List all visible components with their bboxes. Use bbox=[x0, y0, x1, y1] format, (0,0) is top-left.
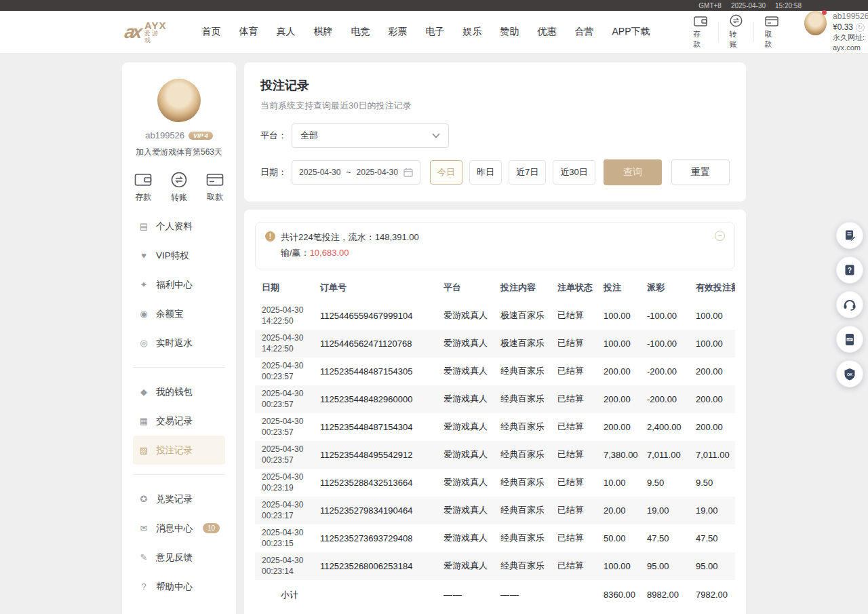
table-body: 2025-04-3014:22:501125446559467999104爱游戏… bbox=[255, 302, 735, 580]
date-value: 2025-04-30 bbox=[262, 360, 313, 371]
app-download-icon: APP bbox=[844, 333, 855, 346]
sidebar-item-label: 我的钱包 bbox=[156, 386, 193, 398]
nav-item-真人[interactable]: 真人 bbox=[277, 26, 296, 38]
refresh-balance-icon[interactable]: ↻ bbox=[856, 23, 865, 32]
column-header: 投注内容 bbox=[494, 282, 551, 294]
nav-item-彩票[interactable]: 彩票 bbox=[389, 26, 408, 38]
header-quick-actions: 存款 转账 取款 bbox=[683, 14, 789, 50]
column-header: 日期 bbox=[255, 282, 313, 294]
profile-block: ab199526 VIP 4 加入爱游戏体育第563天 bbox=[133, 79, 225, 158]
sidebar-item-投注记录[interactable]: ▨投注记录 bbox=[133, 436, 225, 465]
svg-text:APP: APP bbox=[847, 339, 852, 341]
collapse-icon[interactable]: − bbox=[715, 231, 725, 241]
page-subtitle: 当前系统支持查询最近30日的投注记录 bbox=[260, 100, 730, 112]
sidebar-item-帮助中心[interactable]: ?帮助中心 bbox=[133, 572, 225, 601]
date-range-picker[interactable]: 2025-04-30 ~ 2025-04-30 bbox=[292, 160, 420, 185]
platform-select[interactable]: 全部 bbox=[292, 123, 449, 148]
bank-card-icon bbox=[765, 15, 778, 27]
cell-bet-amount: 200.00 bbox=[597, 394, 640, 404]
survey-icon bbox=[844, 229, 856, 242]
sidebar-item-实时返水[interactable]: ◎实时返水 bbox=[133, 328, 225, 358]
bet-records-icon: ▨ bbox=[138, 445, 149, 455]
cell-platform: 爱游戏真人 bbox=[437, 393, 494, 405]
cell-status: 已结算 bbox=[551, 393, 597, 405]
user-avatar[interactable] bbox=[804, 11, 827, 35]
sidebar-withdraw-button[interactable]: 取款 bbox=[206, 172, 224, 204]
cell-status: 已结算 bbox=[551, 421, 597, 433]
gmt-time-bar: GMT+8 2025-04-30 15:20:58 bbox=[0, 0, 868, 11]
deposit-button[interactable]: 存款 bbox=[683, 15, 718, 50]
sidebar-item-个人资料[interactable]: ▤个人资料 bbox=[133, 212, 225, 241]
redeem-icon: ✪ bbox=[138, 494, 149, 504]
nav-item-首页[interactable]: 首页 bbox=[202, 26, 221, 38]
bank-card-icon bbox=[206, 172, 224, 187]
sidebar-item-label: 个人资料 bbox=[156, 220, 193, 233]
time-value: 14:22:50 bbox=[262, 315, 313, 326]
app-download-button[interactable]: APP bbox=[836, 326, 863, 353]
sidebar-item-兑奖记录[interactable]: ✪兑奖记录 bbox=[133, 484, 225, 514]
filter-card: 投注记录 当前系统支持查询最近30日的投注记录 平台： 全部 日期： 2025-… bbox=[244, 62, 746, 202]
time-value: 00:23:14 bbox=[262, 566, 313, 577]
cell-bet-amount: 7,380.00 bbox=[597, 450, 640, 460]
cell-date: 2025-04-3000:23:17 bbox=[255, 499, 313, 521]
survey-button[interactable] bbox=[836, 222, 863, 249]
nav-item-优惠[interactable]: 优惠 bbox=[538, 26, 557, 38]
profile-avatar[interactable] bbox=[157, 79, 201, 122]
ok-badge-button[interactable]: OK bbox=[836, 360, 863, 387]
nav-item-APP下载[interactable]: APP下载 bbox=[612, 26, 650, 38]
bet-records-table: 日期订单号平台投注内容注单状态投注派彩有效投注额 2025-04-3014:22… bbox=[255, 273, 735, 610]
divider bbox=[133, 474, 225, 475]
table-row: 2025-04-3014:22:501125446562471120768爱游戏… bbox=[255, 330, 735, 358]
nav-item-合营[interactable]: 合营 bbox=[575, 26, 594, 38]
withdraw-button[interactable]: 取款 bbox=[754, 15, 789, 50]
cell-bet-content: 经典百家乐 bbox=[494, 560, 551, 572]
time-value: 00:23:57 bbox=[262, 371, 313, 382]
sidebar-item-VIP特权[interactable]: ♥VIP特权 bbox=[133, 241, 225, 270]
sidebar-item-我的钱包[interactable]: ◆我的钱包 bbox=[133, 377, 225, 406]
cell-platform: 爱游戏真人 bbox=[437, 476, 494, 488]
cell-order-no: 1125235279834190464 bbox=[313, 505, 437, 516]
svg-text:?: ? bbox=[848, 267, 852, 274]
nav-item-电竞[interactable]: 电竞 bbox=[351, 26, 370, 38]
current-time: 15:20:58 bbox=[775, 2, 802, 9]
sidebar-item-余额宝[interactable]: ◉余额宝 bbox=[133, 299, 225, 328]
transfer-button[interactable]: 转账 bbox=[718, 14, 753, 50]
subtotal-row: 小计 —— —— 8360.00 8982.00 7982.00 bbox=[255, 580, 735, 610]
nav-item-电子[interactable]: 电子 bbox=[426, 26, 445, 38]
site-logo[interactable]: ax AYX 爱游戏 bbox=[125, 20, 167, 44]
cell-order-no: 1125235448495542912 bbox=[313, 450, 437, 460]
nav-item-娱乐[interactable]: 娱乐 bbox=[463, 26, 482, 38]
nav-item-棋牌[interactable]: 棋牌 bbox=[314, 26, 333, 38]
range-button-昨日[interactable]: 昨日 bbox=[469, 160, 502, 185]
cell-order-no: 1125235288432513664 bbox=[313, 478, 437, 488]
sidebar-item-意见反馈[interactable]: ✎意见反馈 bbox=[133, 543, 225, 572]
message-icon: ✉ bbox=[138, 523, 149, 533]
cell-valid-bet: 200.00 bbox=[689, 422, 735, 432]
sidebar-transfer-button[interactable]: 转账 bbox=[171, 172, 187, 204]
sidebar-item-福利中心[interactable]: ✦福利中心 bbox=[133, 270, 225, 299]
range-button-今日[interactable]: 今日 bbox=[430, 160, 462, 185]
cell-order-no: 1125235448482960000 bbox=[313, 394, 437, 404]
nav-item-体育[interactable]: 体育 bbox=[239, 26, 258, 38]
query-button[interactable]: 查询 bbox=[604, 159, 662, 185]
cell-status: 已结算 bbox=[551, 448, 597, 461]
cell-payout: 95.00 bbox=[640, 561, 689, 571]
cell-platform: 爱游戏真人 bbox=[437, 365, 494, 377]
cell-date: 2025-04-3014:22:50 bbox=[255, 332, 313, 354]
table-row: 2025-04-3000:23:141125235268006253184爱游戏… bbox=[255, 552, 735, 580]
sidebar-deposit-button[interactable]: 存款 bbox=[134, 172, 152, 204]
table-row: 2025-04-3000:23:191125235288432513664爱游戏… bbox=[255, 469, 735, 497]
cell-date: 2025-04-3000:23:57 bbox=[255, 444, 313, 465]
sidebar-item-交易记录[interactable]: ▦交易记录 bbox=[133, 406, 225, 436]
reset-button[interactable]: 重置 bbox=[671, 159, 730, 185]
cell-payout: 47.50 bbox=[640, 533, 689, 543]
cell-order-no: 1125446559467999104 bbox=[313, 311, 437, 321]
nav-item-赞助[interactable]: 赞助 bbox=[500, 26, 519, 38]
range-button-近7日[interactable]: 近7日 bbox=[509, 160, 546, 185]
customer-service-button[interactable] bbox=[836, 291, 863, 318]
cell-payout: 19.00 bbox=[640, 505, 689, 516]
faq-button[interactable]: ? bbox=[836, 256, 863, 284]
sidebar-item-消息中心[interactable]: ✉消息中心10 bbox=[133, 514, 225, 543]
cell-bet-amount: 100.00 bbox=[597, 311, 640, 321]
range-button-近30日[interactable]: 近30日 bbox=[553, 160, 595, 185]
